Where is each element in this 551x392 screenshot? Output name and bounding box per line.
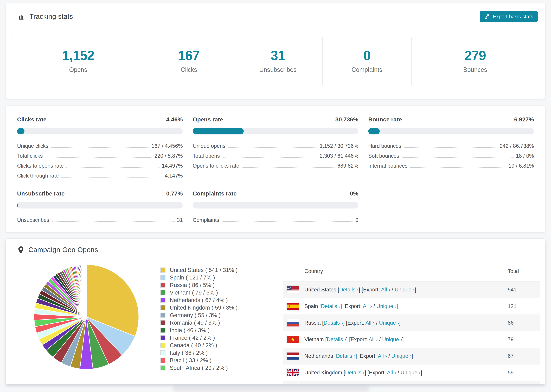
legend-swatch (160, 290, 165, 295)
legend-swatch (160, 267, 165, 273)
pie-slice-other[interactable] (86, 265, 86, 317)
complaints-detail-rows: Complaints0 (193, 214, 358, 224)
legend-swatch (160, 320, 165, 325)
stat-label: Unsubscribes (259, 66, 297, 73)
legend-item-italy: Italy ( 36 / 2% ) (160, 349, 238, 357)
legend-label: France ( 42 / 2% ) (170, 335, 215, 341)
stat-value: 167 (178, 49, 199, 62)
geo-details-link-united-kingdom[interactable]: Details › (345, 370, 365, 376)
export-basic-stats-button[interactable]: Export basic stats (480, 11, 538, 22)
complaints-rate-block: Complaints rate0%Complaints0 (193, 190, 358, 224)
stat-box-opens: 1,152Opens (12, 37, 144, 85)
detail-value: 1,152 / 30.736% (320, 143, 358, 150)
legend-item-brazil: Brazil ( 33 / 2% ) (160, 357, 238, 364)
export-button-label: Export basic stats (493, 14, 533, 20)
opens-rate-block: Opens rate30.736%Unique opens1,152 / 30.… (193, 116, 358, 180)
geo-export-all-link-russia[interactable]: All › (366, 320, 374, 326)
country-cell: Russia [Details ›] [Export: All › / Uniq… (304, 320, 508, 326)
geo-title: Campaign Geo Opens (28, 246, 98, 254)
geo-table-header: Country Total (283, 261, 540, 281)
detail-value: 242 / 86.738% (500, 143, 534, 150)
legend-swatch (160, 335, 165, 340)
country-cell: United States [Details ›] [Export: All ›… (304, 287, 508, 293)
geo-header: Campaign Geo Opens (6, 238, 545, 261)
geo-details-link-spain[interactable]: Details › (321, 303, 340, 309)
stat-detail-row: Opens to clicks rate689.82% (193, 160, 358, 170)
pie-legend: United States ( 541 / 31% )Spain ( 121 /… (160, 266, 238, 372)
bounce-rate-percent: 6.927% (514, 116, 534, 123)
country-total: 67 (508, 353, 540, 359)
legend-label: Romania ( 49 / 3% ) (170, 320, 220, 326)
geo-export-all-link-spain[interactable]: All › (363, 303, 372, 309)
detail-value: 167 / 4.456% (151, 143, 183, 150)
detail-label: Hard bounces (368, 143, 401, 150)
legend-swatch (160, 305, 165, 310)
flag-es-icon (287, 302, 299, 310)
geo-details-link-netherlands[interactable]: Details › (336, 353, 355, 359)
legend-item-united-states: United States ( 541 / 31% ) (160, 266, 238, 274)
geo-export-all-link-netherlands[interactable]: All › (378, 353, 387, 359)
country-total: 86 (508, 320, 540, 326)
geo-details-link-united-states[interactable]: Details › (339, 287, 359, 293)
geo-export-all-link-vietnam[interactable]: All › (369, 336, 378, 343)
dotted-leader (228, 147, 317, 148)
dotted-leader (66, 167, 159, 168)
geo-export-unique-link-united-kingdom[interactable]: Unique › (401, 370, 421, 376)
detail-label: Unique opens (193, 143, 225, 150)
dotted-leader (404, 147, 497, 148)
legend-item-south-africa: South Africa ( 29 / 2% ) (160, 364, 238, 372)
geo-details-link-russia[interactable]: Details › (324, 320, 343, 326)
detail-label: Complaints (193, 217, 219, 224)
dotted-leader (410, 167, 506, 168)
geo-table-row-united-kingdom: United Kingdom [Details ›] [Export: All … (283, 364, 540, 381)
legend-swatch (160, 328, 165, 333)
clicks-progress-fill (17, 128, 24, 134)
stat-detail-row: Unique clicks167 / 4.456% (17, 140, 183, 150)
geo-table-row-united-states: United States [Details ›] [Export: All ›… (283, 281, 540, 298)
country-name: United States (304, 287, 338, 293)
detail-label: Opens to clicks rate (193, 163, 239, 170)
country-cell: Spain [Details ›] [Export: All › / Uniqu… (304, 303, 508, 309)
legend-item-netherlands: Netherlands ( 67 / 4% ) (160, 296, 238, 304)
detail-value: 4.147% (165, 173, 183, 180)
page-title: Tracking stats (29, 13, 73, 20)
geo-export-unique-link-netherlands[interactable]: Unique › (391, 353, 411, 359)
stat-box-bounces: 279Bounces (411, 37, 539, 85)
geo-export-unique-link-spain[interactable]: Unique › (376, 303, 396, 309)
unsubscribe-progress-bar (17, 202, 183, 209)
detail-value: 220 / 5.87% (155, 153, 183, 160)
geo-export-unique-link-vietnam[interactable]: Unique › (382, 336, 402, 343)
bounce-progress-bar (368, 128, 534, 134)
bottom-shadow-bar (173, 386, 370, 392)
stat-box-unsubscribes: 31Unsubscribes (233, 37, 322, 85)
legend-item-russia: Russia ( 86 / 5% ) (160, 281, 238, 289)
geo-export-all-link-united-states[interactable]: All › (381, 287, 390, 293)
stat-detail-row: Total opens2,303 / 61.446% (193, 150, 358, 160)
geo-export-all-link-united-kingdom[interactable]: All › (387, 370, 396, 376)
geo-export-unique-link-russia[interactable]: Unique › (379, 320, 399, 326)
legend-swatch (160, 275, 165, 280)
detail-label: Total opens (193, 153, 220, 160)
dotted-leader (222, 221, 353, 222)
stat-detail-row: Unique opens1,152 / 30.736% (193, 140, 358, 150)
stat-label: Complaints (352, 66, 382, 73)
bounce-rate-block: Bounce rate6.927%Hard bounces242 / 86.73… (368, 116, 534, 180)
stat-detail-row: Complaints0 (193, 214, 358, 224)
stat-label: Bounces (463, 66, 487, 73)
detail-label: Clicks to opens rate (17, 163, 64, 170)
detail-value: 0 (355, 217, 358, 224)
dotted-leader (61, 177, 162, 177)
geo-export-unique-link-united-states[interactable]: Unique › (395, 287, 415, 293)
legend-item-spain: Spain ( 121 / 7% ) (160, 274, 238, 281)
stat-detail-row: Hard bounces242 / 86.738% (368, 140, 534, 150)
tracking-stats-header: Tracking stats Export basic stats (6, 3, 545, 30)
geo-details-link-vietnam[interactable]: Details › (327, 336, 346, 343)
country-column-header: Country (304, 268, 323, 274)
legend-label: United Kingdom ( 59 / 3% ) (170, 304, 238, 311)
legend-swatch (160, 313, 165, 318)
legend-item-united-kingdom: United Kingdom ( 59 / 3% ) (160, 304, 238, 311)
complaints-progress-bar (193, 202, 358, 209)
opens-progress-bar (193, 128, 358, 134)
legend-item-germany: Germany ( 55 / 3% ) (160, 311, 238, 319)
dotted-leader (402, 157, 514, 158)
